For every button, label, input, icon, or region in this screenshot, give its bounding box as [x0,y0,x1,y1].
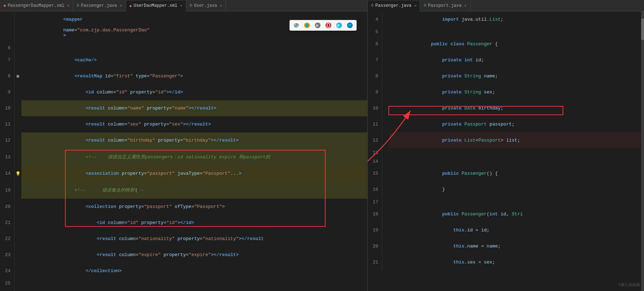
table-row: 7 private int id; [368,52,644,68]
tab-passenger-java-right[interactable]: © Passenger.java ✕ [368,0,420,11]
table-row: 16 } [368,182,644,198]
table-row: 12 <result column="birthday" property="b… [0,132,367,148]
chrome-icon[interactable] [292,21,300,29]
table-row: 21 this.sex = sex; [368,254,644,270]
ie-icon[interactable]: e [335,21,343,29]
table-row: 13 <!-- 描述自定义属性类passengers：id nationalit… [0,148,367,165]
breakpoint-dot [16,75,19,78]
breakpoint-bulb: 💡 [15,172,21,177]
table-row: 24 </collection> [0,263,367,279]
left-panel: ◆ PassengerDaoMapper.xml ✕ © Passenger.j… [0,0,368,291]
table-row: 9 <id column="id" property="id"></id> [0,84,367,100]
scrollbar-thumb[interactable] [641,19,644,40]
tab-user-java[interactable]: © User.java ✕ [186,0,226,11]
close-icon[interactable]: ✕ [67,4,69,8]
left-code-table: <mapper name="com.zjp.dao.PassengerDao" … [0,11,367,291]
right-tabs: © Passenger.java ✕ © Passport.java ✕ [368,0,644,11]
table-row: 10 private Date birthday; [368,100,644,116]
table-row: 14 💡 <association property="passport" ja… [0,165,367,182]
firefox-icon[interactable] [303,21,311,29]
opera-icon[interactable] [324,21,332,29]
table-row: 7 <cache/> [0,52,367,68]
svg-point-4 [305,24,309,27]
java-icon: © [371,4,374,8]
table-row: 11 <result column="sex" property="sex"><… [0,116,367,132]
java-icon: © [77,4,79,8]
close-icon[interactable]: ✕ [414,4,416,8]
right-panel: © Passenger.java ✕ © Passport.java ✕ 4 [368,0,644,291]
svg-text:e: e [337,23,339,28]
table-row: 25 [0,279,367,287]
close-icon[interactable]: ✕ [180,4,182,8]
table-row: 4 import java.util.List; [368,11,644,27]
main-container: ◆ PassengerDaoMapper.xml ✕ © Passenger.j… [0,0,644,291]
tab-userdaomapper[interactable]: ◆ UserDaoMapper.xml ✕ [126,0,186,11]
table-row: 22 <result column="nationality" property… [0,231,367,247]
table-row: 13 [368,148,644,157]
table-row: 6 [0,44,367,52]
tab-passenger-java-left[interactable]: © Passenger.java ✕ [73,0,126,11]
table-row: 9 private String sex; [368,84,644,100]
close-icon[interactable]: ✕ [220,4,222,8]
table-row: 19 this.id = id; [368,222,644,238]
close-icon[interactable]: ✕ [464,4,467,8]
table-row: 11 private Passport passport; [368,116,644,132]
java-icon: © [190,4,192,8]
table-row: 10 <result column="name" property="name"… [0,100,367,116]
edge-old-icon[interactable]: e [314,21,322,29]
svg-text:e: e [316,24,318,28]
table-row: 20 <collection property="passport" ofTyp… [0,199,367,215]
close-icon[interactable]: ✕ [120,4,122,8]
table-row: 8 private String name; [368,68,644,84]
watermark: ©素心如如妮 [618,282,640,287]
table-row: 6 public class Passenger { [368,36,644,52]
table-row: 21 <id column="id" property="id"></id> [0,215,367,231]
table-row: 18 public Passenger(int id, Stri [368,206,644,222]
xml-icon: ◆ [130,4,132,8]
table-row: 5 [368,27,644,36]
table-row: 17 [368,198,644,206]
tab-passengerdaomapper[interactable]: ◆ PassengerDaoMapper.xml ✕ [0,0,73,11]
xml-icon: ◆ [4,3,6,8]
new-edge-icon[interactable] [346,21,354,29]
table-row: 20 this.name = name; [368,238,644,254]
java-icon: © [424,4,426,8]
browser-bar: e e [290,20,357,31]
left-tabs: ◆ PassengerDaoMapper.xml ✕ © Passenger.j… [0,0,367,11]
table-row: 23 <result column="expire" property="exp… [0,247,367,263]
table-row: 26 ⬡ </resultMap> [0,287,367,291]
table-row: 14 [368,157,644,165]
table-row: 8 <resultMap id="first" type="Passenger"… [0,68,367,84]
tab-passport-java[interactable]: © Passport.java ✕ [420,0,470,11]
right-code-table: 4 import java.util.List; 5 [368,11,644,270]
right-code-area: 4 import java.util.List; 5 [368,11,644,291]
table-row: 12 private List<Passport> list; [368,132,644,148]
table-row: 15 public Passenger() { [368,165,644,182]
table-row: 19 <!-- 描述集合的映射| → [0,182,367,199]
scrollbar[interactable] [641,11,644,291]
svg-point-2 [295,24,297,26]
left-code-area: e e [0,11,367,291]
